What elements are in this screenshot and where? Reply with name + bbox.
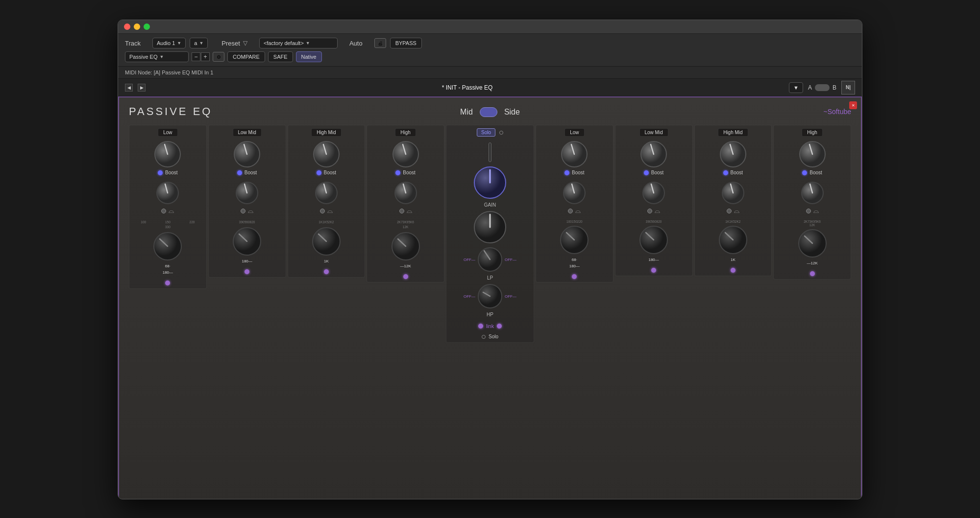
track-variant-dropdown[interactable]: a ▼ [190,38,208,48]
side-highmid-band: High Mid Boost ⌓ 1K1K52 [694,125,772,276]
gain-label: GAIN [484,202,496,208]
side-highmid-boost-label: Boost [731,170,743,175]
mid-gain-knob[interactable] [473,166,507,199]
side-low-boost-row: Boost [564,170,585,175]
mid-high-freq-knob[interactable] [391,232,420,261]
mid-lowmid-freq-value: 180— [242,259,252,263]
toolbar-row1: Track Audio 1 ▼ a ▼ Preset ▽ <factory de… [125,38,855,48]
side-high-gain-knob[interactable] [799,141,826,168]
side-low-bottom-dot-row [572,274,577,279]
mid-low-bw-knob[interactable] [156,181,179,205]
preset-dropdown[interactable]: <factory default> ▼ [259,38,338,48]
mid-high-gain-knob[interactable] [392,141,419,168]
lp-knob[interactable] [477,247,503,272]
mid-low-freq-value: 68· [165,264,171,268]
side-high-cut-row: ⌓ [806,207,819,215]
mid-highmid-gain-knob[interactable] [313,141,340,168]
track-dropdown[interactable]: Audio 1 ▼ [152,38,186,48]
mid-low-bottom-dot-row [165,281,170,285]
side-highmid-bw-knob[interactable] [721,181,745,205]
mid-highmid-band-dot [324,269,329,274]
ab-toggle[interactable] [815,84,830,91]
lp-off-left: OFF— [464,258,475,262]
mid-highmid-cut-row: ⌓ [320,207,333,215]
bypass-button[interactable]: BYPASS [390,38,422,48]
preset-menu-button[interactable]: ▼ [789,82,803,93]
mid-low-gain-knob[interactable] [154,141,181,168]
preset-section: Preset ▽ [221,40,247,47]
side-lowmid-title: Low Mid [639,128,668,137]
side-lowmid-freq-knob[interactable] [639,225,668,255]
mid-lowmid-boost-label: Boost [245,170,257,175]
side-highmid-gain-knob[interactable] [719,141,747,168]
side-high-cut-dot [806,209,811,213]
side-high-boost-dot [802,170,807,175]
minimize-button[interactable] [134,24,140,30]
mid-highmid-title: High Mid [311,128,341,137]
side-high-boost-row: Boost [802,170,822,175]
safe-button[interactable]: SAFE [268,51,293,62]
side-high-freq-knob[interactable] [798,229,827,258]
mid-lowmid-cut-row: ⌓ [241,207,253,215]
close-button[interactable] [124,24,130,30]
preset-next-button[interactable]: ▶ [138,84,146,92]
side-solo-label: Solo [489,334,498,339]
mid-side-toggle[interactable] [480,107,497,117]
mid-low-title: Low [158,128,177,137]
mid-high-cut-symbol: ⌓ [407,207,412,215]
print-button[interactable]: 🖨 [374,38,386,48]
preset-display: * INIT - Passive EQ [150,84,784,91]
side-lowmid-bw-knob[interactable] [642,181,665,205]
ab-section: A B [808,84,836,91]
side-highmid-cut-dot [727,209,732,213]
mid-low-freq-knob[interactable] [153,232,182,261]
side-low-freq-knob[interactable] [560,225,589,255]
compare-button[interactable]: COMPARE [227,51,265,62]
link-row: link [478,323,502,329]
native-button[interactable]: Native [296,51,322,62]
mid-lowmid-bw-knob[interactable] [235,181,259,205]
mid-lowmid-boost-row: Boost [237,170,257,175]
hp-knob[interactable] [477,283,503,309]
mid-high-band: High Boost ⌓ 2K73K95K6 [367,125,444,283]
side-high-freq-scale: 2K73K95K6 12K [804,220,821,227]
mid-high-band-dot [403,274,408,279]
mid-high-bw-knob[interactable] [394,181,417,205]
side-high-title: High [802,128,823,137]
mid-highmid-bw-knob[interactable] [315,181,338,205]
mid-lowmid-band-dot [245,269,249,274]
plugin-dropdown[interactable]: Passive EQ ▼ [125,51,189,62]
plugin-header: PASSIVE EQ Mid Side ~Softube [129,105,851,118]
mid-lowmid-bottom-dot-row [245,269,249,274]
side-low-bw-knob[interactable] [563,181,586,205]
link-dot2 [497,324,502,329]
mid-highmid-freq-knob[interactable] [312,227,341,256]
mid-gain-slider[interactable] [489,142,491,162]
settings-button[interactable]: ⚙ [213,52,224,62]
minus-button[interactable]: − [192,52,200,61]
side-high-bw-knob[interactable] [801,181,824,205]
hp-off-right: OFF— [505,294,516,299]
mid-lowmid-freq-knob[interactable] [232,227,262,256]
side-low-gain-knob[interactable] [561,141,588,168]
side-highmid-cut-row: ⌓ [727,207,739,215]
titlebar [118,20,862,34]
side-solo-row: Solo [482,334,498,339]
side-high-freq-value: —12K [807,261,818,265]
side-gain-knob[interactable] [473,211,507,244]
mid-low-band: Low Boost ⌓ [129,125,207,289]
preset-name: <factory default> [264,40,304,46]
mid-highmid-freq-value: 1K [324,259,329,263]
preset-prev-button[interactable]: ◀ [125,84,133,92]
side-lowmid-gain-knob[interactable] [640,141,667,168]
side-highmid-freq-knob[interactable] [718,225,748,255]
plugin-body: ✕ PASSIVE EQ Mid Side ~Softube Low [118,96,862,499]
plugin-title: PASSIVE EQ [129,105,212,118]
mid-lowmid-gain-knob[interactable] [233,141,261,168]
plus-button[interactable]: + [201,52,210,61]
mid-solo-button[interactable]: Solo [477,128,495,137]
mid-lowmid-cut-dot [241,209,245,213]
mid-low-cut-row: ⌓ [161,207,174,215]
a-label: A [808,84,812,91]
close-plugin-button[interactable]: ✕ [849,101,857,109]
